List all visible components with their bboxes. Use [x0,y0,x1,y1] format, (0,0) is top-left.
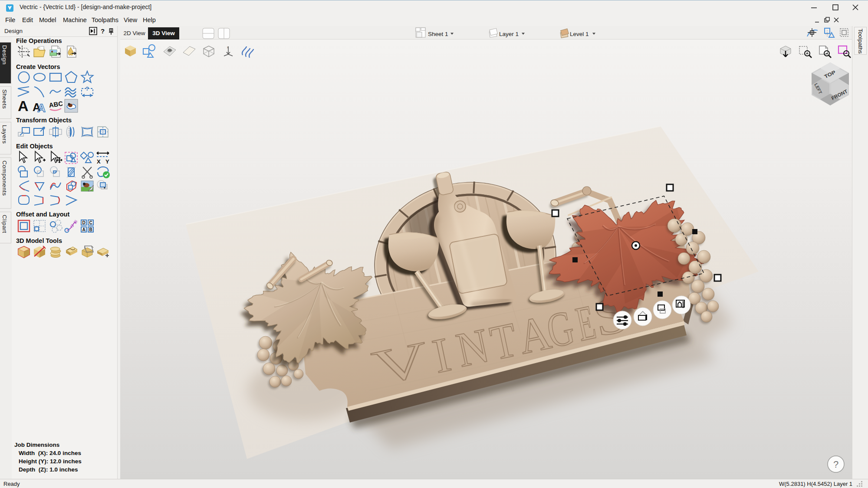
svg-text:z: z [227,45,229,49]
svg-text:?: ? [833,459,838,470]
svg-text:V: V [368,331,434,396]
